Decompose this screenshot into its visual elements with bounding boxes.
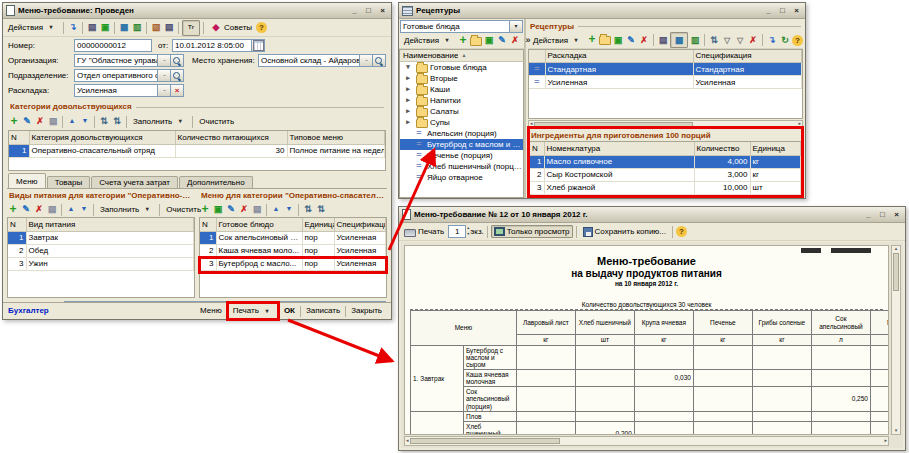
copies-input[interactable]: 1: [448, 225, 466, 238]
maximize-button[interactable]: □: [363, 6, 374, 15]
tree-column-header[interactable]: Наименование ▲: [399, 49, 524, 62]
column-header[interactable]: Типовое меню: [287, 131, 385, 144]
department-input[interactable]: Отдел оперативного обеспечения и: [74, 69, 158, 82]
department-select-button[interactable]: [158, 69, 171, 82]
minimize-button[interactable]: _: [349, 6, 360, 15]
column-header[interactable]: N: [9, 131, 29, 144]
add-icon[interactable]: [199, 204, 211, 216]
organization-search-button[interactable]: [171, 54, 184, 67]
add-copy-icon[interactable]: [612, 34, 624, 46]
actions-menu-button[interactable]: Действия: [530, 32, 585, 48]
table-row-selected[interactable]: 1Масло сливочное4,000кг: [530, 155, 801, 168]
add-copy-icon[interactable]: [212, 204, 224, 216]
save-row-icon[interactable]: [251, 204, 263, 216]
add-copy-icon[interactable]: [483, 35, 495, 47]
maximize-button[interactable]: □: [877, 210, 888, 219]
tab-menu[interactable]: Меню: [8, 173, 46, 188]
tree-item[interactable]: Апельсин (порция): [400, 128, 523, 139]
help-icon[interactable]: [792, 35, 803, 46]
edit-icon[interactable]: [496, 35, 508, 47]
department-search-button[interactable]: [171, 69, 184, 82]
sort-desc-icon[interactable]: [111, 116, 123, 128]
add-folder-icon[interactable]: [470, 37, 482, 46]
clear-button[interactable]: Очистить: [163, 203, 204, 216]
organization-select-button[interactable]: [158, 54, 171, 67]
table-row[interactable]: 1Сок апельсиновый (...порУсиленная: [200, 231, 386, 244]
organization-input[interactable]: ГУ "Областное управление по ликв: [74, 54, 158, 67]
copy-icon[interactable]: [99, 22, 111, 34]
actions-menu-button[interactable]: Действия: [401, 33, 456, 49]
fill-button[interactable]: Заполнить: [97, 202, 156, 218]
edit-icon[interactable]: [625, 34, 637, 46]
view-only-toggle[interactable]: Только просмотр: [491, 225, 573, 238]
table-row[interactable]: 3Бутерброд с масло...порУсиленная: [200, 257, 386, 270]
add-icon[interactable]: [7, 204, 19, 216]
table-row-selected[interactable]: СтандартнаяСтандартная: [529, 63, 802, 76]
ok-button[interactable]: ОК: [280, 305, 299, 316]
save-row-icon[interactable]: [46, 204, 58, 216]
movements-icon[interactable]: [118, 22, 130, 34]
column-header[interactable]: Единица: [750, 142, 801, 155]
add-folder-icon[interactable]: [599, 36, 611, 45]
column-header[interactable]: Категория довольствующихся: [29, 131, 175, 144]
table-row[interactable]: УсиленнаяУсиленная: [529, 76, 802, 89]
tree-folder[interactable]: Супы: [400, 117, 523, 128]
add-icon[interactable]: [586, 34, 598, 46]
report-icon[interactable]: [131, 22, 143, 34]
move-up-icon[interactable]: [270, 204, 282, 216]
actions-menu-button[interactable]: Действия: [5, 20, 60, 36]
minimize-button[interactable]: _: [763, 6, 774, 15]
save-row-icon[interactable]: [47, 116, 59, 128]
move-down-icon[interactable]: [78, 204, 90, 216]
layout-clear-button[interactable]: [171, 84, 184, 97]
table-row[interactable]: 2Обед: [8, 244, 194, 257]
group-filter-dropdown-button[interactable]: [510, 20, 523, 33]
storage-input[interactable]: Основной склад - Айдарова А.Т. - Бу: [258, 54, 360, 67]
column-header[interactable]: Единица: [302, 218, 334, 231]
column-header[interactable]: Количество питающихся: [175, 131, 287, 144]
tree-folder[interactable]: Салаты: [400, 106, 523, 117]
filter-icon[interactable]: [721, 34, 733, 46]
horizontal-scrollbar[interactable]: ◂▸: [528, 120, 803, 129]
tab-accounts[interactable]: Счета учета затрат: [91, 176, 178, 188]
stepper-down-icon[interactable]: ▾: [467, 232, 469, 237]
column-header[interactable]: N: [530, 142, 544, 155]
tab-goods[interactable]: Товары: [47, 176, 91, 188]
column-header[interactable]: N: [200, 218, 216, 231]
hierarchy-view-icon[interactable]: [657, 34, 669, 46]
table-row[interactable]: 3Ужин: [8, 257, 194, 270]
refresh-icon[interactable]: [779, 34, 791, 46]
go-icon[interactable]: [67, 22, 79, 34]
layout-select-button[interactable]: [158, 84, 171, 97]
move-up-icon[interactable]: [65, 204, 77, 216]
column-header[interactable]: Вид питания: [26, 218, 194, 231]
filter-by-value-icon[interactable]: [734, 34, 746, 46]
scrollbar-thumb[interactable]: [410, 438, 560, 444]
delete-icon[interactable]: [509, 35, 521, 47]
help-icon[interactable]: [676, 226, 687, 237]
column-header[interactable]: Спецификация: [334, 218, 386, 231]
date-input[interactable]: 10.01.2012 8:05:00: [172, 39, 252, 52]
column-header[interactable]: Номенклатура: [544, 142, 694, 155]
fill-button[interactable]: Заполнить: [130, 114, 189, 130]
column-header[interactable]: Раскладка: [545, 50, 693, 63]
add-icon[interactable]: [8, 116, 20, 128]
analysis-icon[interactable]: [150, 22, 162, 34]
titlebar[interactable]: Меню-требование: Проведен _ □ ×: [3, 3, 391, 19]
copies-stepper[interactable]: ▴ ▾: [467, 226, 469, 236]
tree-folder[interactable]: Готовые блюда: [400, 62, 523, 73]
print-button[interactable]: Печать: [401, 225, 447, 239]
table-row[interactable]: 2Сыр Костромской3,000кг: [530, 168, 801, 181]
export-icon[interactable]: [766, 34, 778, 46]
table-row[interactable]: 2Каша ячневая моло...порУсиленная: [200, 244, 386, 257]
sort-desc-icon[interactable]: [315, 204, 327, 216]
tg-toggle-button[interactable]: [182, 20, 200, 36]
edit-icon[interactable]: [20, 204, 32, 216]
column-header[interactable]: Готовое блюдо: [216, 218, 302, 231]
print-button[interactable]: Печать: [229, 304, 277, 318]
storage-select-button[interactable]: [360, 54, 373, 67]
tab-extra[interactable]: Дополнительно: [179, 176, 253, 188]
tree-folder[interactable]: Каши: [400, 84, 523, 95]
tree-folder[interactable]: Вторые: [400, 73, 523, 84]
delete-icon[interactable]: [34, 116, 46, 128]
